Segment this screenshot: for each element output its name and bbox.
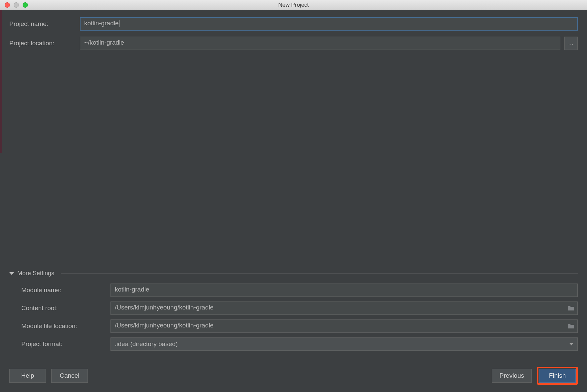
content-root-input[interactable]: /Users/kimjunhyeoung/kotlin-gradle	[110, 301, 578, 315]
folder-icon[interactable]	[568, 305, 574, 311]
button-bar: Help Cancel Previous Finish	[9, 367, 578, 385]
left-accent-strip	[0, 10, 2, 153]
text-caret	[119, 20, 119, 27]
module-file-location-input[interactable]: /Users/kimjunhyeoung/kotlin-gradle	[110, 319, 578, 333]
project-format-label: Project format:	[21, 340, 106, 348]
titlebar: New Project	[0, 0, 587, 10]
maximize-window-button[interactable]	[23, 2, 28, 8]
project-location-input[interactable]: ~/kotlin-gradle	[80, 37, 560, 50]
dialog-content: Project name: kotlin-gradle Project loca…	[0, 10, 587, 392]
project-name-label: Project name:	[9, 20, 76, 28]
content-root-value: /Users/kimjunhyeoung/kotlin-gradle	[115, 304, 214, 311]
section-divider	[61, 273, 578, 274]
project-location-label: Project location:	[9, 40, 76, 47]
project-basic-form: Project name: kotlin-gradle Project loca…	[9, 17, 578, 50]
module-name-value: kotlin-gradle	[115, 286, 149, 293]
more-settings-label: More Settings	[17, 270, 54, 277]
more-settings-header[interactable]: More Settings	[9, 270, 578, 277]
module-name-label: Module name:	[21, 287, 106, 294]
chevron-down-icon	[9, 272, 14, 275]
project-format-select[interactable]: .idea (directory based)	[110, 337, 578, 351]
project-name-value: kotlin-gradle	[84, 20, 119, 27]
project-format-value: .idea (directory based)	[115, 340, 178, 348]
module-file-location-label: Module file location:	[21, 322, 106, 330]
window-title: New Project	[278, 2, 309, 8]
finish-button[interactable]: Finish	[539, 369, 576, 383]
window-controls	[0, 2, 28, 8]
cancel-button[interactable]: Cancel	[51, 369, 88, 383]
module-name-input[interactable]: kotlin-gradle	[110, 284, 578, 297]
content-root-label: Content root:	[21, 304, 106, 312]
help-button[interactable]: Help	[9, 369, 46, 383]
finish-highlight: Finish	[537, 367, 578, 385]
chevron-down-icon	[569, 343, 573, 345]
module-file-location-value: /Users/kimjunhyeoung/kotlin-gradle	[115, 322, 214, 329]
close-window-button[interactable]	[5, 2, 10, 8]
previous-button[interactable]: Previous	[492, 369, 532, 383]
folder-icon[interactable]	[568, 323, 574, 329]
more-settings-body: Module name: kotlin-gradle Content root:…	[9, 284, 578, 351]
minimize-window-button[interactable]	[14, 2, 19, 8]
project-name-input[interactable]: kotlin-gradle	[80, 17, 578, 31]
project-location-value: ~/kotlin-gradle	[84, 39, 124, 46]
browse-location-button[interactable]: ...	[564, 37, 578, 50]
